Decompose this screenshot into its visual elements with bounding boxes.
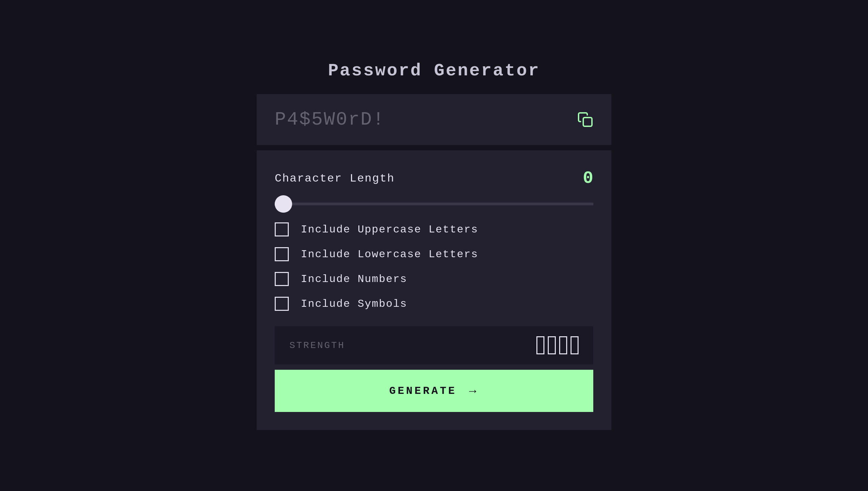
checkbox-numbers[interactable]: Include Numbers	[275, 272, 593, 286]
checkbox-symbols[interactable]: Include Symbols	[275, 297, 593, 311]
main-card: P4$5W0rD! Character Length 0	[257, 94, 611, 430]
char-length-row: Character Length 0	[275, 169, 593, 188]
settings-panel: Character Length 0 Include Uppercase Let…	[257, 150, 611, 430]
checkbox-lowercase-label: Include Lowercase Letters	[301, 248, 478, 261]
checkbox-symbols-label: Include Symbols	[301, 298, 407, 310]
checkbox-numbers-box[interactable]	[275, 272, 289, 286]
strength-bar-4	[570, 336, 579, 354]
copy-icon[interactable]	[577, 112, 593, 127]
strength-label: STRENGTH	[289, 340, 345, 351]
checkbox-lowercase[interactable]: Include Lowercase Letters	[275, 247, 593, 261]
page-wrapper: Password Generator P4$5W0rD! Character L…	[0, 61, 868, 430]
checkbox-symbols-box[interactable]	[275, 297, 289, 311]
checkbox-uppercase-box[interactable]	[275, 222, 289, 236]
checkbox-group: Include Uppercase Letters Include Lowerc…	[275, 222, 593, 311]
strength-bar-2	[548, 336, 556, 354]
password-display: P4$5W0rD!	[257, 94, 611, 145]
svg-rect-0	[583, 118, 592, 126]
strength-section: STRENGTH	[275, 326, 593, 365]
strength-bar-1	[536, 336, 545, 354]
checkbox-numbers-label: Include Numbers	[301, 273, 407, 285]
length-slider[interactable]	[275, 203, 593, 205]
checkbox-lowercase-box[interactable]	[275, 247, 289, 261]
slider-container	[275, 201, 593, 207]
generate-label: GENERATE	[389, 385, 457, 397]
page-title: Password Generator	[328, 61, 540, 81]
char-length-value: 0	[583, 169, 593, 188]
checkbox-uppercase-label: Include Uppercase Letters	[301, 223, 478, 236]
generate-button[interactable]: GENERATE →	[275, 370, 593, 412]
password-text: P4$5W0rD!	[275, 109, 385, 130]
checkbox-uppercase[interactable]: Include Uppercase Letters	[275, 222, 593, 236]
strength-bars	[536, 336, 579, 354]
arrow-icon: →	[467, 384, 479, 398]
char-length-label: Character Length	[275, 172, 395, 185]
strength-bar-3	[559, 336, 567, 354]
